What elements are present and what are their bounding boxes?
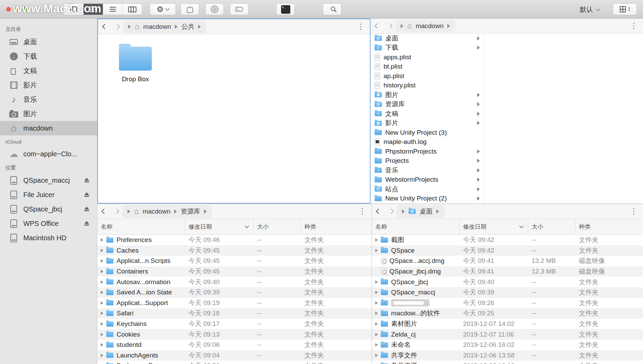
file-item[interactable]: ▣图片 [371,90,483,100]
sidebar-item-macdown[interactable]: ⌂macdown [0,121,97,135]
disclosure-arrow-icon[interactable] [477,149,480,154]
rename-field[interactable] [391,299,429,306]
file-item[interactable]: apps.plist [371,52,483,62]
sidebar-item-icloud-docs[interactable]: ☁com~apple~Clo... [0,147,97,161]
tag-button[interactable] [230,3,248,15]
disclosure-triangle-icon[interactable] [101,259,103,263]
column-header-date[interactable]: 修改日期 [185,219,254,234]
disclosure-arrow-icon[interactable] [477,187,480,191]
disclosure-triangle-icon[interactable] [101,312,103,315]
table-row[interactable]: macdow...的软件今天 09:25--文件夹 [372,308,643,319]
preset-dropdown[interactable]: 默认 [580,5,599,14]
search-button[interactable] [323,3,341,15]
disclosure-triangle-icon[interactable] [101,291,103,294]
disclosure-triangle-icon[interactable] [375,312,378,315]
disclosure-triangle-icon[interactable] [101,270,103,273]
disclosure-triangle-icon[interactable] [375,354,378,357]
breadcrumb-item[interactable]: 桌面 [420,207,433,216]
table-row[interactable]: Safari今天 09:18--文件夹 [97,308,372,319]
disclosure-triangle-icon[interactable] [101,333,103,336]
table-row[interactable]: 共享文件2019-12-06 13:58--文件夹 [372,350,643,361]
file-item[interactable]: ≡文稿 [371,109,483,119]
disclosure-triangle-icon[interactable] [101,354,103,357]
sidebar-item-music[interactable]: ♪音乐 [0,92,97,107]
sidebar-item-movies[interactable]: 影片 [0,78,97,92]
table-row[interactable]: Applicat...Support今天 09:19--文件夹 [97,298,372,308]
sidebar-item-qspace-jbcj-vol[interactable]: QSpace_jbcj [0,202,97,216]
table-row[interactable]: PreferencePanes今天 08:56--文件夹 [97,361,372,364]
airdrop-button[interactable] [205,3,224,15]
column-header-kind[interactable]: 种类 [575,219,643,234]
table-row[interactable]: LaunchAgents今天 09:04--文件夹 [97,350,372,361]
eject-icon[interactable] [84,207,89,211]
table-row[interactable]: Saved A...ion State今天 09:39--文件夹 [97,287,372,298]
breadcrumb-item[interactable]: 资源库 [181,207,200,216]
disclosure-triangle-icon[interactable] [101,249,103,252]
forward-button[interactable] [114,209,120,214]
column-header-name[interactable]: 名称 [97,219,185,234]
file-item[interactable]: @站点 [371,184,483,194]
column-header-size[interactable]: 大小 [528,219,575,234]
file-item[interactable]: bt.plist [371,62,483,72]
disclosure-arrow-icon[interactable] [477,36,480,40]
breadcrumb-item[interactable]: macdown [416,22,444,30]
disclosure-triangle-icon[interactable] [375,301,378,305]
disclosure-triangle-icon[interactable] [375,238,378,242]
column-header-date[interactable]: 修改日期 [460,219,528,234]
table-row[interactable]: QSpace_jbcj.dmg今天 09:4112.3 MB磁盘映像 [372,266,643,277]
forward-button[interactable] [389,209,394,214]
table-row[interactable]: 今天 09:26--文件夹 [372,298,643,308]
sidebar-item-qspace-maccj-vol[interactable]: QSpace_maccj [0,173,97,187]
disclosure-triangle-icon[interactable] [375,249,378,252]
file-item[interactable]: New Unity Project (2) [371,194,483,204]
table-row[interactable]: Cookies今天 09:13--文件夹 [97,329,372,340]
disclosure-arrow-icon[interactable] [477,93,480,97]
pane-layout-picker[interactable]: ▴▾ [613,3,637,15]
table-row[interactable]: Containers今天 09:45--文件夹 [97,266,372,277]
table-row[interactable]: QSpace今天 09:42--文件夹 [372,245,643,256]
pane-menu-button[interactable]: ⋮ [630,22,638,30]
sidebar-item-file-juicer-vol[interactable]: File Juicer [0,187,97,202]
eject-icon[interactable] [84,221,89,226]
forward-button[interactable] [387,23,393,29]
close-window-button[interactable] [6,7,11,12]
disclosure-triangle-icon[interactable] [375,291,378,294]
file-item[interactable]: ▥资源库 [371,100,483,109]
file-item[interactable]: history.plist [371,81,483,90]
table-row[interactable]: Keychains今天 09:17--文件夹 [97,319,372,329]
table-row[interactable]: Autosav...ormation今天 09:40--文件夹 [97,277,372,287]
column-header-size[interactable]: 大小 [254,219,301,234]
disclosure-triangle-icon[interactable] [101,322,103,326]
table-row[interactable]: Applicat...n Scripts今天 09:45--文件夹 [97,256,372,266]
back-button[interactable] [102,24,108,29]
file-item[interactable]: maple-auth.log [371,137,483,147]
breadcrumb-item[interactable]: macdown [143,208,170,215]
disclosure-arrow-icon[interactable] [477,102,480,106]
table-row[interactable]: QSpace...accj.dmg今天 09:4113.2 MB磁盘映像 [372,256,643,266]
disclosure-arrow-icon[interactable] [477,121,480,125]
table-row[interactable]: 素材图片2019-12-07 14:02--文件夹 [372,319,643,329]
disclosure-triangle-icon[interactable] [375,343,378,347]
disclosure-arrow-icon[interactable] [477,46,480,50]
disclosure-triangle-icon[interactable] [101,343,103,347]
disclosure-triangle-icon[interactable] [101,280,103,284]
disclosure-arrow-icon[interactable] [477,168,480,172]
disclosure-arrow-icon[interactable] [477,112,480,116]
sidebar-item-macintosh-hd[interactable]: Macintosh HD [0,231,97,245]
back-button[interactable] [101,209,107,214]
column-view-button[interactable] [122,4,142,15]
sidebar-item-pictures[interactable]: 图片 [0,107,97,121]
sidebar-item-downloads[interactable]: ↓下载 [0,49,97,63]
file-item[interactable]: Drop Box [110,47,161,83]
settings-button[interactable]: ⚙ [150,3,176,15]
disclosure-triangle-icon[interactable] [101,238,103,242]
sidebar-item-documents[interactable]: 文稿 [0,63,97,78]
file-item[interactable]: WebstormProjects [371,175,483,185]
disclosure-triangle-icon[interactable] [101,301,103,305]
list-view-button[interactable] [103,4,122,15]
disclosure-triangle-icon[interactable] [375,280,378,284]
table-row[interactable]: Preferences今天 09:46--文件夹 [97,235,372,245]
file-item[interactable]: ▤桌面 [371,34,483,43]
disclosure-triangle-icon[interactable] [375,322,378,326]
table-row[interactable]: Caches今天 09:45--文件夹 [97,245,372,256]
